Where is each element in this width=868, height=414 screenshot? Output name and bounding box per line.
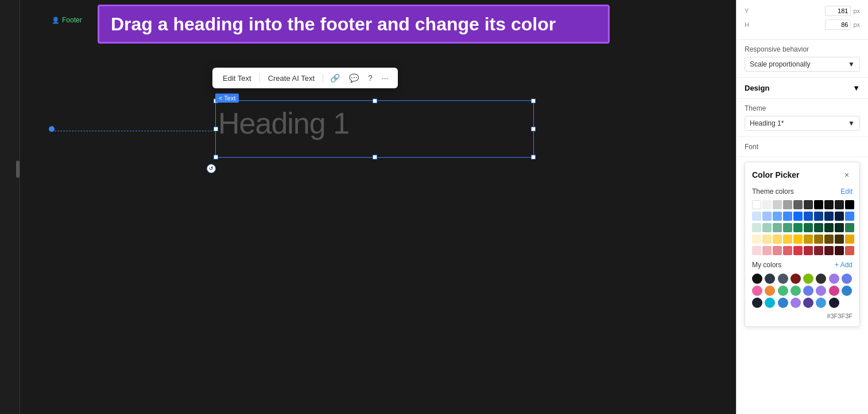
my-color-swatch[interactable] — [803, 274, 813, 284]
left-panel-handle[interactable] — [16, 161, 20, 178]
theme-color-swatch[interactable] — [752, 235, 761, 244]
theme-color-swatch[interactable] — [762, 235, 772, 244]
my-color-swatch[interactable] — [778, 274, 788, 284]
theme-color-swatch[interactable] — [814, 212, 823, 221]
edit-colors-link[interactable]: Edit — [840, 188, 852, 196]
my-color-swatch[interactable] — [816, 286, 826, 296]
my-color-swatch[interactable] — [790, 286, 801, 296]
my-color-swatch[interactable] — [816, 274, 826, 284]
comment-icon-button[interactable]: 💬 — [346, 71, 362, 85]
my-color-swatch[interactable] — [816, 298, 826, 308]
theme-color-swatch[interactable] — [793, 200, 803, 209]
theme-color-swatch[interactable] — [804, 212, 813, 221]
theme-color-swatch[interactable] — [814, 246, 823, 255]
my-color-swatch[interactable] — [829, 286, 839, 296]
handle-bottom-left[interactable] — [214, 155, 218, 159]
theme-color-swatch[interactable] — [804, 200, 813, 209]
theme-color-swatch[interactable] — [814, 223, 823, 232]
theme-color-swatch[interactable] — [773, 200, 782, 209]
my-color-swatch[interactable] — [765, 298, 775, 308]
theme-color-swatch[interactable] — [762, 246, 772, 255]
handle-bottom-right[interactable] — [531, 155, 536, 159]
theme-color-swatch[interactable] — [752, 246, 761, 255]
theme-color-swatch[interactable] — [783, 223, 792, 232]
rotation-handle[interactable]: ↺ — [207, 164, 216, 173]
my-color-swatch[interactable] — [778, 298, 788, 308]
theme-color-swatch[interactable] — [845, 212, 854, 221]
theme-color-swatch[interactable] — [773, 246, 782, 255]
theme-dropdown[interactable]: Heading 1* ▼ — [745, 116, 860, 131]
theme-color-swatch[interactable] — [793, 223, 803, 232]
theme-color-swatch[interactable] — [783, 246, 792, 255]
my-color-swatch[interactable] — [829, 298, 839, 308]
theme-color-swatch[interactable] — [845, 200, 854, 209]
theme-color-swatch[interactable] — [773, 212, 782, 221]
my-color-swatch[interactable] — [778, 286, 788, 296]
my-color-swatch[interactable] — [790, 298, 801, 308]
my-color-swatch[interactable] — [752, 298, 762, 308]
theme-color-swatch[interactable] — [835, 212, 844, 221]
theme-color-swatch[interactable] — [804, 223, 813, 232]
my-color-swatch[interactable] — [765, 274, 775, 284]
selection-box: ↺ — [215, 100, 534, 158]
theme-color-swatch[interactable] — [793, 246, 803, 255]
my-color-swatch[interactable] — [790, 274, 801, 284]
link-icon-button[interactable]: 🔗 — [327, 71, 343, 85]
theme-color-swatch[interactable] — [752, 212, 761, 221]
handle-left-middle[interactable] — [214, 127, 218, 131]
theme-color-swatch[interactable] — [845, 246, 854, 255]
theme-color-swatch[interactable] — [814, 200, 823, 209]
instruction-banner: Drag a heading into the footer and chang… — [98, 5, 610, 44]
theme-color-swatch[interactable] — [835, 223, 844, 232]
theme-color-swatch[interactable] — [824, 235, 834, 244]
color-picker-close-button[interactable]: × — [841, 169, 852, 181]
theme-color-swatch[interactable] — [762, 223, 772, 232]
theme-color-swatch[interactable] — [762, 200, 772, 209]
theme-color-swatch[interactable] — [773, 223, 782, 232]
my-color-swatch[interactable] — [765, 286, 775, 296]
theme-color-swatch[interactable] — [824, 246, 834, 255]
create-ai-text-button[interactable]: Create AI Text — [264, 72, 319, 85]
help-icon-button[interactable]: ? — [365, 71, 376, 85]
theme-color-swatch[interactable] — [793, 235, 803, 244]
my-color-swatch[interactable] — [803, 298, 813, 308]
my-color-swatch[interactable] — [752, 274, 762, 284]
theme-color-swatch[interactable] — [783, 212, 792, 221]
theme-color-swatch[interactable] — [762, 212, 772, 221]
theme-color-swatch[interactable] — [752, 200, 761, 209]
theme-color-swatch[interactable] — [824, 200, 834, 209]
my-color-swatch[interactable] — [842, 286, 852, 296]
my-color-swatch[interactable] — [842, 274, 852, 284]
theme-color-swatch[interactable] — [814, 235, 823, 244]
theme-color-swatch[interactable] — [793, 212, 803, 221]
theme-color-swatch[interactable] — [835, 235, 844, 244]
my-color-swatch[interactable] — [752, 286, 762, 296]
theme-color-swatch[interactable] — [783, 235, 792, 244]
theme-color-swatch[interactable] — [752, 223, 761, 232]
handle-top-right[interactable] — [531, 99, 536, 103]
theme-color-swatch[interactable] — [845, 223, 854, 232]
edit-text-button[interactable]: Edit Text — [218, 72, 256, 85]
responsive-dropdown[interactable]: Scale proportionally ▼ — [745, 57, 860, 72]
handle-top-middle[interactable] — [373, 99, 377, 103]
handle-bottom-middle[interactable] — [373, 155, 377, 159]
design-header[interactable]: Design ▼ — [737, 78, 868, 99]
add-color-button[interactable]: + Add — [835, 261, 852, 269]
h-input[interactable] — [825, 19, 851, 30]
theme-color-swatch[interactable] — [824, 223, 834, 232]
handle-right-middle[interactable] — [531, 127, 536, 131]
footer-label-text: Footer — [62, 16, 82, 24]
my-color-swatch[interactable] — [803, 286, 813, 296]
theme-color-swatch[interactable] — [804, 246, 813, 255]
responsive-label: Responsive behavior — [745, 45, 860, 53]
theme-color-swatch[interactable] — [835, 246, 844, 255]
my-color-swatch[interactable] — [829, 274, 839, 284]
theme-color-swatch[interactable] — [773, 235, 782, 244]
theme-color-swatch[interactable] — [824, 212, 834, 221]
theme-color-swatch[interactable] — [835, 200, 844, 209]
theme-color-swatch[interactable] — [845, 235, 854, 244]
more-icon-button[interactable]: ··· — [378, 71, 392, 85]
theme-color-swatch[interactable] — [804, 235, 813, 244]
theme-color-swatch[interactable] — [783, 200, 792, 209]
y-input[interactable] — [825, 6, 851, 16]
